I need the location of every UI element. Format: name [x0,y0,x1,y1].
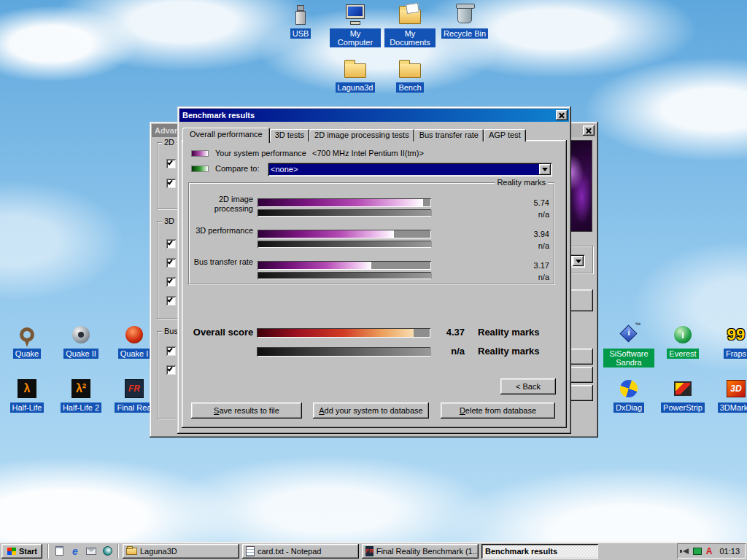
add-to-database-button[interactable]: Add your system to database [313,402,429,419]
fraps-99-icon: 99 [710,323,747,346]
icon-label: Quake [13,349,41,359]
overall-bar-compare [257,347,430,357]
back-button[interactable]: < Back [500,378,556,394]
outlook-express-icon[interactable] [84,545,98,558]
close-icon [559,113,565,118]
desktop-icon-dxdiag[interactable]: DxDiag [603,377,655,413]
checkbox[interactable] [166,239,176,249]
bg-window-title: Advan [155,126,179,135]
desktop-icon-sandra[interactable]: i™ SiSoftware Sandra [603,323,655,368]
overall-compare-unit: Reality marks [478,346,540,357]
reality-marks-group: Reality marks 2D image processing 5.74 n… [188,182,554,284]
delete-from-database-button[interactable]: Delete from database [441,402,555,419]
desktop-icon-bench[interactable]: Bench [384,57,436,93]
overall-score-unit: Reality marks [478,327,540,338]
save-results-button[interactable]: Save results to file [191,402,302,419]
task-button-notepad[interactable]: card.txt - Notepad [242,544,359,559]
quake2-icon [55,323,107,346]
result-row-label: 3D performance [189,226,253,236]
desktop-icon-my-computer[interactable]: My Computer [329,3,382,47]
quake-icon [1,323,53,346]
overall-score-label: Overall score [192,327,255,338]
desktop-icon-recycle-bin[interactable]: Recycle Bin [438,3,491,39]
overall-bar-system [257,328,430,338]
tab-panel: Your system performance <700 MHz Intel P… [182,140,567,428]
dropdown-arrow-icon[interactable] [573,256,584,266]
icon-label: SiSoftware Sandra [603,349,654,368]
system-color-swatch [191,150,209,157]
task-button-final-reality[interactable]: FR Final Reality Benchmark (1... [362,544,479,559]
tab-3d-tests[interactable]: 3D tests [270,129,309,141]
desktop-icon-3dmark[interactable]: 3D 3DMark2 [710,377,747,413]
dialog-title: Benchmark results [182,111,255,120]
icon-label: PowerStrip [661,402,705,413]
tab-overall-performance[interactable]: Overall performance [182,128,270,143]
desktop-icon-powerstrip[interactable]: PowerStrip [657,377,709,413]
compare-color-swatch [191,166,209,172]
desktop-icon-everest[interactable]: i Everest [657,323,709,359]
result-score: 3.17 [510,261,549,270]
checkbox[interactable] [166,159,176,168]
ati-tray-icon[interactable]: A [706,546,713,556]
result-bar-compare [258,209,431,217]
reality-marks-group-title: Reality marks [495,178,548,187]
icon-label: Laguna3d [336,82,376,93]
desktop-icon-fraps[interactable]: 99 Fraps [710,323,747,359]
system-performance-label: Your system performance [215,149,306,158]
dialog-titlebar[interactable]: Benchmark results [179,109,569,122]
display-settings-icon[interactable] [693,548,702,555]
task-button-laguna3d[interactable]: Laguna3D [123,544,239,559]
desktop-icon-half-life[interactable]: λ Half-Life [1,377,53,413]
show-desktop-icon[interactable] [52,545,66,558]
desktop-icon-usb[interactable]: USB [274,3,327,39]
checkbox[interactable] [166,296,176,306]
checkbox[interactable] [166,258,176,268]
folder-icon [329,57,382,80]
start-button[interactable]: Start [1,544,42,559]
desktop-icon-my-documents[interactable]: My Documents [384,3,436,47]
task-button-benchmark-results[interactable]: Benchmark results [481,544,598,559]
icon-label: Fraps [724,349,747,359]
dropdown-arrow-icon[interactable] [539,164,551,175]
icon-label: Final Rea [115,402,153,413]
close-icon [586,128,592,133]
dialog-close-button[interactable] [556,110,568,120]
icon-label: DxDiag [614,402,644,413]
checkbox[interactable] [166,365,176,375]
final-reality-icon: FR [365,546,374,556]
result-score: 3.94 [510,230,549,238]
icon-label: USB [290,28,311,39]
bg-window-close-button[interactable] [583,125,595,136]
half-life-2-lambda-icon: λ² [55,377,107,400]
desktop-icon-laguna3d[interactable]: Laguna3d [329,57,382,93]
checkbox[interactable] [166,277,176,287]
result-bar-system [258,198,431,207]
icon-label: My Computer [330,28,381,47]
desktop-icon-quake[interactable]: Quake [1,323,53,359]
icon-label: Bench [396,82,423,93]
result-compare-score: n/a [510,241,549,250]
windows-logo-icon [7,547,17,556]
clock[interactable]: 01:13 [716,547,740,556]
tab-bus-transfer-rate[interactable]: Bus transfer rate [414,129,484,141]
channels-icon[interactable] [100,545,115,558]
result-bar-system [258,261,431,270]
folder-icon [384,57,436,80]
sandra-diamond-icon: i™ [603,323,655,346]
compare-to-dropdown[interactable]: <none> [268,163,552,176]
result-score: 5.74 [510,198,549,207]
taskbar: Start e Laguna3D card.txt - Notepad FR F… [0,542,747,560]
internet-explorer-icon[interactable]: e [68,545,82,558]
volume-icon[interactable] [683,548,689,554]
desktop-icon-half-life-2[interactable]: λ² Half-Life 2 [55,377,107,413]
tab-agp-test[interactable]: AGP test [484,129,526,141]
taskbar-divider [117,544,119,559]
desktop-icon-quake2[interactable]: Quake II [55,323,107,359]
checkbox[interactable] [166,346,176,356]
system-tray: A 01:13 [677,543,746,559]
overall-compare-value: n/a [433,346,465,357]
icon-label: Quake I [118,349,151,359]
checkbox[interactable] [166,179,176,188]
taskbar-divider [47,544,49,559]
tab-2d-image-processing-tests[interactable]: 2D image processing tests [309,129,414,141]
